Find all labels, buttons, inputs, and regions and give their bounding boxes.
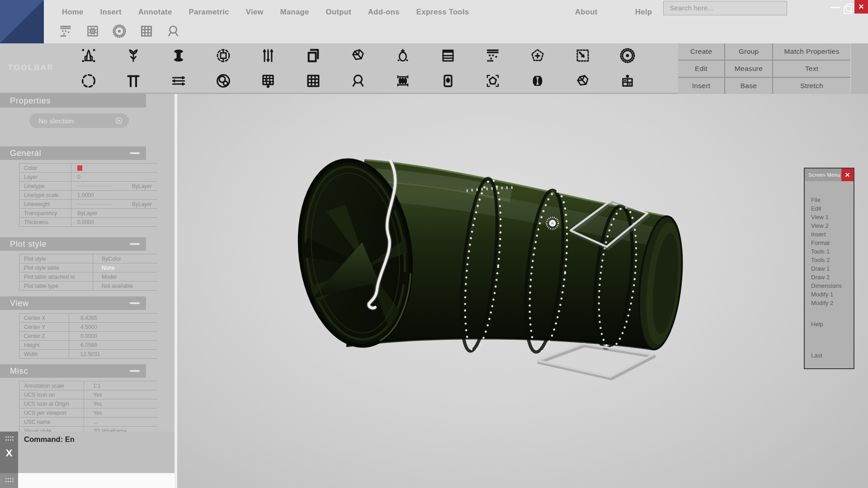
prop-plot-style-value[interactable]: ByColor [93, 254, 157, 263]
screenmenu-last[interactable]: Last [811, 352, 854, 361]
menu-manage[interactable]: Manage [280, 8, 309, 16]
screenmenu-format[interactable]: Format [811, 239, 854, 248]
polyhedron-gem-icon[interactable] [574, 72, 591, 89]
screenmenu-view-1[interactable]: View 1 [811, 214, 854, 222]
command-input[interactable] [18, 473, 175, 488]
collapse-icon[interactable] [130, 152, 140, 154]
pentagon-brackets-icon[interactable] [484, 72, 501, 89]
color-swatch[interactable] [77, 165, 82, 171]
action-create[interactable]: Create [678, 43, 724, 60]
grid-icon[interactable] [305, 72, 322, 89]
grid-dot-table-icon[interactable] [259, 72, 277, 89]
stacked-bars-icon[interactable] [439, 47, 457, 64]
prop-transparency-value[interactable]: ByLayer [71, 209, 157, 217]
prop-layer-value[interactable]: 0 [71, 173, 157, 181]
prop-plot-style-table-value[interactable]: None [93, 263, 157, 272]
mesh-polygon-icon[interactable] [349, 47, 367, 64]
search-input[interactable] [664, 1, 787, 15]
person-icon[interactable] [349, 72, 367, 89]
dashed-circle-plus-icon[interactable] [215, 47, 232, 64]
monument-select-icon[interactable] [80, 47, 97, 64]
screen-menu-close-button[interactable]: ✕ [841, 169, 854, 181]
ellipse-nodes-icon[interactable] [394, 47, 411, 64]
menu-express-tools[interactable]: Express Tools [416, 8, 469, 16]
dashed-circle-icon[interactable] [80, 72, 97, 89]
menu-view[interactable]: View [246, 8, 264, 16]
horizontal-sliders-icon[interactable] [170, 72, 187, 89]
viewport-3d[interactable]: Screen Menu ✕ FileEditView 1View 2Insert… [177, 94, 868, 488]
collapse-icon[interactable] [130, 243, 140, 245]
maximize-button[interactable] [846, 4, 854, 12]
pi-icon[interactable] [125, 72, 142, 89]
spool-icon[interactable] [170, 47, 187, 64]
action-edit[interactable]: Edit [678, 61, 724, 77]
data-table-icon[interactable] [484, 47, 501, 64]
command-close-button[interactable]: X [0, 447, 18, 459]
target-grid-icon[interactable] [85, 23, 100, 39]
prop-usc-name-value[interactable]: ... [84, 418, 157, 426]
action-measure[interactable]: Measure [725, 61, 772, 77]
prop-annotation-scale-value[interactable]: 1:1 [84, 381, 157, 390]
prop-width-value[interactable]: 12.5031 [69, 350, 157, 358]
gear-circle-icon[interactable] [619, 47, 636, 64]
action-group[interactable]: Group [725, 43, 772, 60]
screenmenu-insert[interactable]: Insert [811, 231, 854, 239]
menu-output[interactable]: Output [326, 8, 351, 16]
overlap-rectangles-icon[interactable] [305, 47, 322, 64]
action-insert[interactable]: Insert [678, 78, 724, 94]
collapse-icon[interactable] [130, 370, 140, 372]
drag-handle-icon[interactable] [5, 436, 14, 441]
prop-plot-table-type-value[interactable]: Not available [93, 282, 157, 290]
grid-icon[interactable] [139, 23, 154, 39]
prop-height-value[interactable]: 6.0588 [69, 341, 157, 349]
menu-home[interactable]: Home [62, 8, 83, 16]
table-dot-icon[interactable] [619, 72, 636, 89]
screenmenu-tools-1[interactable]: Tools 1 [811, 248, 854, 257]
menu-help[interactable]: Help [635, 8, 652, 16]
screenmenu-tools-2[interactable]: Tools 2 [811, 257, 854, 265]
prop-ucs-icon-on-value[interactable]: Yes [84, 390, 157, 399]
screenmenu-edit[interactable]: Edit [811, 205, 854, 214]
screenmenu-help[interactable]: Help [811, 321, 854, 329]
screenmenu-modify-1[interactable]: Modify 1 [811, 291, 854, 300]
action-match-properties[interactable]: Match Properties [773, 43, 850, 60]
prop-thickness-value[interactable]: 0.0000 [71, 218, 157, 226]
prop-center-z-value[interactable]: 0.0000 [69, 332, 157, 340]
prop-center-y-value[interactable]: 4.5000 [69, 323, 157, 331]
collapse-icon[interactable] [130, 302, 140, 304]
film-roll-icon[interactable] [394, 72, 411, 89]
prop-linetype-scale-value[interactable]: 1.0000 [71, 191, 157, 199]
screenmenu-view-2[interactable]: View 2 [811, 222, 854, 231]
app-logo[interactable] [0, 0, 44, 43]
menu-parametric[interactable]: Parametric [189, 8, 229, 16]
prop-lineweight-value[interactable]: ByLayer [71, 200, 157, 208]
screenmenu-file[interactable]: File [811, 197, 854, 205]
menu-about[interactable]: About [575, 8, 598, 16]
gear-circle-icon[interactable] [112, 23, 127, 39]
prop-ucs-per-viewport-value[interactable]: Yes [84, 408, 157, 417]
sprout-icon[interactable] [125, 47, 142, 64]
selection-dropdown[interactable]: No slection [29, 113, 129, 128]
prop-color-value[interactable] [71, 164, 157, 172]
command-history[interactable]: Command: En [18, 432, 175, 473]
screenmenu-modify-2[interactable]: Modify 2 [811, 300, 854, 308]
screenmenu-dimensions[interactable]: Dimensions [811, 282, 854, 291]
drag-handle-icon[interactable] [5, 477, 14, 483]
minimize-button[interactable] [830, 7, 840, 8]
action-stretch[interactable]: Stretch [773, 78, 850, 94]
screenmenu-draw-2[interactable]: Draw 2 [811, 274, 854, 282]
close-button[interactable]: ✕ [854, 0, 868, 14]
screenmenu-draw-1[interactable]: Draw 1 [811, 265, 854, 274]
action-text[interactable]: Text [773, 61, 850, 77]
action-base[interactable]: Base [725, 78, 772, 94]
menu-insert[interactable]: Insert [100, 8, 121, 16]
prop-linetype-value[interactable]: ByLayer [71, 182, 157, 190]
move-selection-icon[interactable] [574, 47, 591, 64]
vertical-sliders-icon[interactable] [259, 47, 277, 64]
menu-annotate[interactable]: Annotate [138, 8, 172, 16]
person-icon[interactable] [165, 23, 181, 39]
device-camera-icon[interactable] [439, 72, 457, 89]
prop-center-x-value[interactable]: 8.4265 [69, 314, 157, 322]
venn-circles-icon[interactable] [215, 72, 232, 89]
dashed-pentagon-plus-icon[interactable] [529, 47, 546, 64]
